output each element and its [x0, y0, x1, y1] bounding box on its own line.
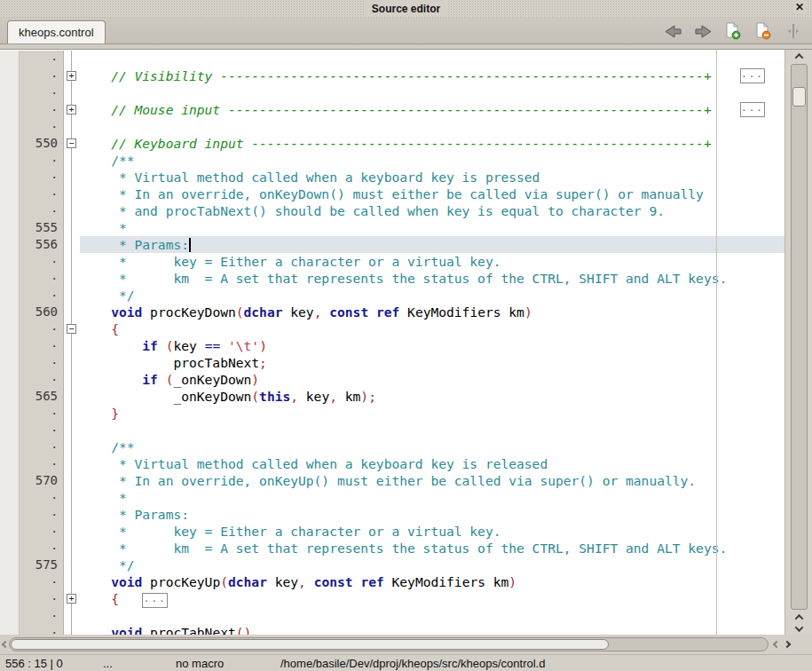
code-line[interactable]: · */: [0, 287, 784, 304]
fold-margin[interactable]: [64, 270, 80, 287]
line-number[interactable]: ·: [20, 405, 64, 422]
code-text[interactable]: * Virtual method called when a keyboard …: [80, 455, 784, 472]
fold-margin[interactable]: [64, 388, 80, 405]
marker-margin[interactable]: [0, 438, 20, 455]
line-number[interactable]: 570: [20, 472, 64, 489]
code-line[interactable]: ·+ { ...: [0, 590, 784, 607]
code-line[interactable]: 560 void procKeyDown(dchar key, const re…: [0, 304, 784, 320]
horizontal-scroll-thumb[interactable]: [11, 639, 609, 650]
folded-block-box[interactable]: ...: [740, 68, 765, 83]
code-line[interactable]: ·− {: [0, 320, 784, 337]
code-line[interactable]: 570 * In an override, onKeyUp() must eit…: [0, 472, 784, 489]
marker-margin[interactable]: [0, 152, 20, 169]
marker-margin[interactable]: [0, 186, 20, 202]
code-text[interactable]: { ...: [80, 590, 784, 607]
fold-margin[interactable]: [64, 84, 80, 101]
folded-block-box[interactable]: ...: [740, 102, 765, 117]
tab-kheops-control[interactable]: kheops.control: [7, 20, 106, 43]
fold-collapse-icon[interactable]: −: [67, 138, 76, 148]
code-line[interactable]: · /**: [0, 438, 784, 455]
code-text[interactable]: procTabNext;: [80, 354, 784, 371]
code-text[interactable]: * key = Either a character or a virtual …: [80, 253, 784, 270]
line-number[interactable]: ·: [20, 624, 64, 635]
vertical-scrollbar[interactable]: [784, 50, 812, 635]
fold-margin[interactable]: [64, 118, 80, 135]
code-text[interactable]: void procTabNext(): [80, 624, 784, 635]
scroll-right-icon[interactable]: [784, 641, 791, 648]
marker-margin[interactable]: [0, 540, 20, 557]
code-line[interactable]: · if (key == '\t'): [0, 337, 784, 354]
code-text[interactable]: *: [80, 219, 784, 236]
fold-margin[interactable]: +: [64, 67, 80, 84]
code-text[interactable]: // Mouse input -------------------------…: [80, 101, 784, 118]
fold-margin[interactable]: −: [64, 135, 80, 152]
close-icon[interactable]: ✕: [792, 1, 807, 13]
line-number[interactable]: 565: [20, 388, 64, 405]
code-line[interactable]: · * km = A set that represents the statu…: [0, 270, 784, 287]
fold-margin[interactable]: [64, 219, 80, 236]
marker-margin[interactable]: [0, 624, 20, 635]
marker-margin[interactable]: [0, 84, 20, 101]
marker-margin[interactable]: [0, 320, 20, 337]
fold-margin[interactable]: [64, 624, 80, 635]
marker-margin[interactable]: [0, 236, 20, 253]
line-number[interactable]: ·: [20, 489, 64, 506]
marker-margin[interactable]: [0, 388, 20, 405]
fold-margin[interactable]: [64, 523, 80, 540]
code-line[interactable]: ·+ // Visibility -----------------------…: [0, 67, 784, 84]
code-line[interactable]: ·: [0, 51, 784, 67]
line-number[interactable]: ·: [20, 455, 64, 472]
code-text[interactable]: /**: [80, 152, 784, 169]
fold-margin[interactable]: [64, 405, 80, 422]
line-number[interactable]: 555: [20, 219, 64, 236]
fold-margin[interactable]: [64, 152, 80, 169]
marker-margin[interactable]: [0, 51, 20, 67]
code-text[interactable]: * km = A set that represents the status …: [80, 540, 784, 557]
line-number[interactable]: ·: [20, 506, 64, 523]
fold-margin[interactable]: [64, 287, 80, 304]
code-line[interactable]: 556 * Params:: [0, 236, 784, 253]
fold-expand-icon[interactable]: +: [67, 71, 76, 81]
marker-margin[interactable]: [0, 455, 20, 472]
code-line[interactable]: · * Virtual method called when a keyboar…: [0, 455, 784, 472]
line-number[interactable]: ·: [20, 202, 64, 219]
code-text[interactable]: [80, 118, 784, 135]
code-text[interactable]: /**: [80, 438, 784, 455]
code-line[interactable]: · }: [0, 405, 784, 422]
code-text[interactable]: [80, 51, 784, 67]
code-line[interactable]: · * In an override, onKeyDown() must eit…: [0, 186, 784, 202]
line-number[interactable]: ·: [20, 270, 64, 287]
code-text[interactable]: void procKeyUp(dchar key, const ref KeyM…: [80, 573, 784, 590]
line-number[interactable]: 556: [20, 236, 64, 253]
code-line[interactable]: · * key = Either a character or a virtua…: [0, 253, 784, 270]
code-text[interactable]: [80, 422, 784, 438]
fold-margin[interactable]: [64, 489, 80, 506]
marker-margin[interactable]: [0, 287, 20, 304]
code-text[interactable]: [80, 84, 784, 101]
code-line[interactable]: · void procTabNext(): [0, 624, 784, 635]
code-text[interactable]: *: [80, 489, 784, 506]
nav-forward-icon[interactable]: [693, 21, 713, 41]
line-number[interactable]: ·: [20, 186, 64, 202]
scroll-left-icon[interactable]: [1, 638, 9, 651]
split-view-icon[interactable]: [784, 21, 803, 41]
line-number[interactable]: ·: [20, 422, 64, 438]
code-text[interactable]: if (_onKeyDown): [80, 371, 784, 388]
marker-margin[interactable]: [0, 523, 20, 540]
close-document-icon[interactable]: [753, 21, 773, 41]
code-line[interactable]: · * key = Either a character or a virtua…: [0, 523, 784, 540]
code-text[interactable]: * Params:: [80, 236, 784, 253]
line-number[interactable]: ·: [20, 51, 64, 67]
marker-margin[interactable]: [0, 371, 20, 388]
marker-margin[interactable]: [0, 304, 20, 320]
line-number[interactable]: ·: [20, 320, 64, 337]
code-line[interactable]: ·: [0, 422, 784, 438]
line-number[interactable]: ·: [20, 84, 64, 101]
code-text[interactable]: void procKeyDown(dchar key, const ref Ke…: [80, 304, 784, 320]
horizontal-scroll-track[interactable]: [9, 637, 769, 651]
fold-margin[interactable]: [64, 337, 80, 354]
code-line[interactable]: · procTabNext;: [0, 354, 784, 371]
line-number[interactable]: ·: [20, 101, 64, 118]
marker-margin[interactable]: [0, 135, 20, 152]
line-number[interactable]: ·: [20, 67, 64, 84]
